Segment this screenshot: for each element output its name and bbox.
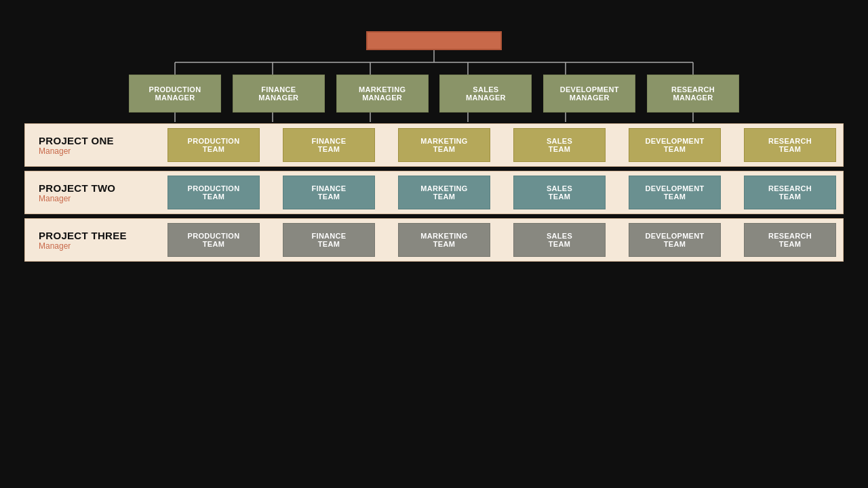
team-box-0-4: DEVELOPMENT TEAM <box>629 128 721 162</box>
manager-box-2: MARKETING MANAGER <box>336 75 429 113</box>
project-name-0: PROJECT ONE <box>39 135 167 146</box>
gm-connector <box>129 50 739 75</box>
gm-box <box>366 31 502 50</box>
team-cells-2: PRODUCTION TEAMFINANCE TEAMMARKETING TEA… <box>167 223 836 257</box>
team-cells-0: PRODUCTION TEAMFINANCE TEAMMARKETING TEA… <box>167 128 836 162</box>
team-box-1-2: MARKETING TEAM <box>398 176 490 209</box>
project-name-1: PROJECT TWO <box>39 182 167 194</box>
org-chart: PRODUCTION MANAGERFINANCE MANAGERMARKETI… <box>24 31 844 262</box>
project-name-2: PROJECT THREE <box>39 230 167 241</box>
manager-box-4: DEVELOPMENT MANAGER <box>543 75 635 113</box>
team-box-2-5: RESEARCH TEAM <box>744 223 836 257</box>
team-box-0-3: SALES TEAM <box>513 128 606 162</box>
team-box-2-2: MARKETING TEAM <box>398 223 490 257</box>
team-box-1-0: PRODUCTION TEAM <box>167 176 260 209</box>
team-box-2-0: PRODUCTION TEAM <box>167 223 260 257</box>
manager-box-5: RESEARCH MANAGER <box>647 75 739 113</box>
team-box-2-4: DEVELOPMENT TEAM <box>629 223 721 257</box>
manager-team-connector <box>129 113 739 122</box>
project-sub-1: Manager <box>39 194 167 203</box>
project-label-0: PROJECT ONEManager <box>32 135 167 156</box>
team-box-1-1: FINANCE TEAM <box>283 176 375 209</box>
manager-box-3: SALES MANAGER <box>439 75 532 113</box>
team-box-1-3: SALES TEAM <box>513 176 606 209</box>
team-box-2-3: SALES TEAM <box>513 223 606 257</box>
team-box-0-5: RESEARCH TEAM <box>744 128 836 162</box>
team-box-2-1: FINANCE TEAM <box>283 223 375 257</box>
project-label-1: PROJECT TWOManager <box>32 182 167 203</box>
team-box-1-5: RESEARCH TEAM <box>744 176 836 209</box>
manager-box-0: PRODUCTION MANAGER <box>129 75 221 113</box>
manager-row: PRODUCTION MANAGERFINANCE MANAGERMARKETI… <box>129 75 739 113</box>
team-box-0-2: MARKETING TEAM <box>398 128 490 162</box>
team-cells-1: PRODUCTION TEAMFINANCE TEAMMARKETING TEA… <box>167 176 836 209</box>
team-box-1-4: DEVELOPMENT TEAM <box>629 176 721 209</box>
project-row-2: PROJECT THREEManagerPRODUCTION TEAMFINAN… <box>24 218 844 262</box>
project-sub-2: Manager <box>39 241 167 251</box>
project-row-0: PROJECT ONEManagerPRODUCTION TEAMFINANCE… <box>24 123 844 167</box>
projects-area: PROJECT ONEManagerPRODUCTION TEAMFINANCE… <box>24 123 844 262</box>
team-box-0-1: FINANCE TEAM <box>283 128 375 162</box>
project-row-1: PROJECT TWOManagerPRODUCTION TEAMFINANCE… <box>24 171 844 214</box>
manager-box-1: FINANCE MANAGER <box>233 75 325 113</box>
project-sub-0: Manager <box>39 146 167 156</box>
team-box-0-0: PRODUCTION TEAM <box>167 128 260 162</box>
project-label-2: PROJECT THREEManager <box>32 230 167 251</box>
